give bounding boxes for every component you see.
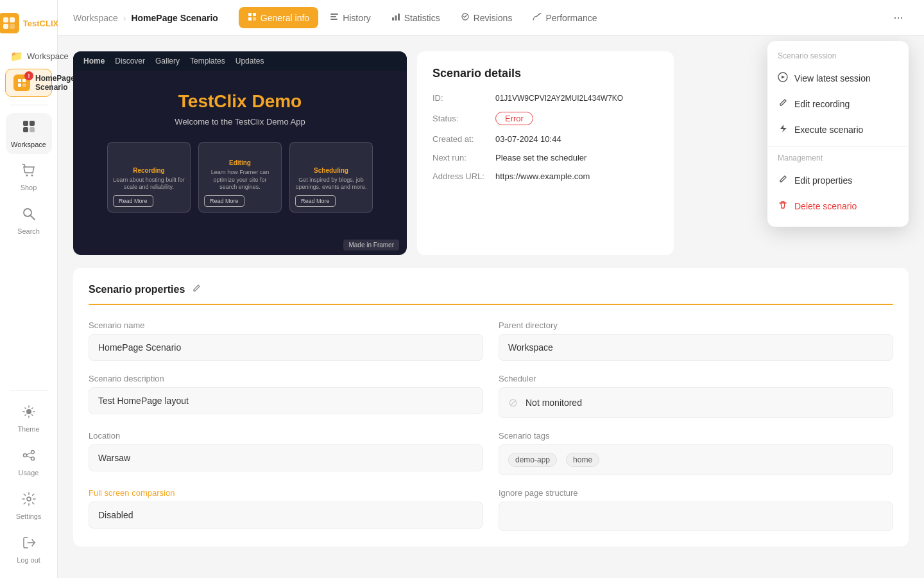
context-section1-label: Scenario session <box>767 49 909 66</box>
tag-demo-app: demo-app <box>508 453 557 467</box>
sidebar: TestCLIX 📁 Workspace ! HomePage Scenario… <box>0 0 58 578</box>
field-scheduler: Scheduler ⊘ Not monitored <box>499 374 893 418</box>
preview-card-2-btn[interactable]: Read More <box>295 195 336 207</box>
preview-cards: Recording Learn about hosting built for … <box>89 142 391 213</box>
svg-rect-24 <box>330 13 338 15</box>
context-edit-props[interactable]: Edit properties <box>767 168 909 193</box>
scheduler-icon: ⊘ <box>508 396 518 410</box>
preview-nav-updates[interactable]: Updates <box>235 57 264 66</box>
field-fullscreen-value: Disabled <box>89 502 483 529</box>
folder-icon: 📁 <box>10 50 23 62</box>
sidebar-item-theme[interactable]: Theme <box>6 398 52 439</box>
field-scenario-name: Scenario name HomePage Scenario <box>89 320 483 361</box>
scenario-icon-wrap: ! <box>13 74 30 91</box>
preview-badge: Made in Framer <box>343 240 399 250</box>
svg-rect-6 <box>18 83 21 87</box>
svg-rect-5 <box>22 79 26 82</box>
screenshot-preview: Home Discover Gallery Templates Updates … <box>73 51 407 255</box>
preview-card-0-btn[interactable]: Read More <box>113 195 153 207</box>
detail-row-address: Address URL: https://www.example.com <box>432 171 658 181</box>
svg-rect-11 <box>30 127 35 132</box>
sidebar-item-settings[interactable]: Settings <box>6 486 52 527</box>
edit-recording-icon <box>778 98 788 110</box>
svg-rect-0 <box>3 17 8 22</box>
usage-icon <box>22 448 36 466</box>
preview-nav-home[interactable]: Home <box>83 57 105 66</box>
field-parent-directory-label: Parent directory <box>499 320 893 330</box>
sidebar-item-workspace[interactable]: Workspace <box>6 113 52 154</box>
detail-nextrun-label: Next run: <box>432 153 490 162</box>
field-description: Scenario description Test HomePage layou… <box>89 374 483 418</box>
main-content: Workspace › HomePage Scenario General in… <box>58 0 924 578</box>
scenario-item[interactable]: ! HomePage Scenario <box>5 69 52 97</box>
field-fullscreen: Full screen comparsion Disabled <box>89 488 483 531</box>
context-execute[interactable]: Execute scenario <box>767 117 909 143</box>
svg-rect-10 <box>23 127 28 132</box>
properties-edit-icon[interactable] <box>191 283 201 296</box>
field-tags-label: Scenario tags <box>499 431 893 441</box>
sidebar-item-usage[interactable]: Usage <box>6 442 52 483</box>
detail-nextrun-value: Please set the scheduler <box>495 153 586 162</box>
preview-body: TestClix Demo Welcome to the TestClix De… <box>73 71 407 233</box>
preview-footer: Made in Framer <box>73 233 407 255</box>
tab-history-label: History <box>343 13 371 23</box>
sidebar-bottom: Theme Usage Settings Log out <box>6 385 52 570</box>
preview-nav-discover[interactable]: Discover <box>115 57 145 66</box>
field-ignore-structure-label: Ignore page structure <box>499 488 893 498</box>
tabs-bar: General info History Statistics Revision… <box>239 7 909 28</box>
tab-revisions[interactable]: Revisions <box>452 7 522 28</box>
preview-nav-templates[interactable]: Templates <box>190 57 225 66</box>
tab-revisions-icon <box>461 12 470 23</box>
search-nav-label: Search <box>17 227 40 235</box>
page-body: Scenario session View latest session Edi… <box>58 36 924 578</box>
preview-card-0: Recording Learn about hosting built for … <box>107 142 191 213</box>
logout-nav-label: Log out <box>17 556 40 564</box>
tab-statistics[interactable]: Statistics <box>382 7 449 28</box>
search-icon <box>22 207 36 225</box>
svg-rect-23 <box>253 17 256 21</box>
execute-label: Execute scenario <box>794 125 863 135</box>
context-delete[interactable]: Delete scenario <box>767 193 909 219</box>
preview-card-1: Editing Learn how Framer can optimize yo… <box>198 142 282 213</box>
svg-rect-20 <box>248 13 252 16</box>
delete-icon <box>778 200 788 213</box>
sidebar-item-search[interactable]: Search <box>6 200 52 241</box>
breadcrumb-current: HomePage Scenario <box>131 13 218 23</box>
preview-nav-gallery[interactable]: Gallery <box>155 57 180 66</box>
tab-revisions-label: Revisions <box>474 13 513 23</box>
preview-card-0-desc: Learn about hosting built for scale and … <box>113 177 185 191</box>
tab-general[interactable]: General info <box>239 7 318 28</box>
shop-icon <box>22 163 36 181</box>
svg-point-16 <box>23 454 26 457</box>
svg-point-18 <box>31 457 34 460</box>
breadcrumb-workspace[interactable]: Workspace <box>73 13 118 23</box>
theme-nav-label: Theme <box>17 425 39 433</box>
tab-performance-icon <box>533 12 542 23</box>
detail-status-label: Status: <box>432 114 490 123</box>
context-view-session[interactable]: View latest session <box>767 66 909 91</box>
svg-rect-26 <box>330 19 338 20</box>
detail-created-label: Created at: <box>432 134 490 144</box>
scenario-details-title: Scenario details <box>432 67 658 80</box>
detail-row-created: Created at: 03-07-2024 10:44 <box>432 134 658 144</box>
properties-grid: Scenario name HomePage Scenario Parent d… <box>89 320 893 531</box>
context-edit-recording[interactable]: Edit recording <box>767 91 909 117</box>
field-description-label: Scenario description <box>89 374 483 383</box>
status-badge: Error <box>495 112 533 125</box>
edit-props-icon <box>778 174 788 187</box>
field-fullscreen-label: Full screen comparsion <box>89 488 483 498</box>
field-location-label: Location <box>89 431 483 441</box>
sidebar-item-logout[interactable]: Log out <box>6 529 52 570</box>
sidebar-item-shop[interactable]: Shop <box>6 157 52 198</box>
tab-performance[interactable]: Performance <box>524 7 606 28</box>
preview-card-1-btn[interactable]: Read More <box>204 195 244 207</box>
more-button[interactable]: ··· <box>888 8 909 28</box>
breadcrumb: Workspace › HomePage Scenario <box>73 13 218 23</box>
preview-card-0-title: Recording <box>113 167 185 174</box>
tab-history[interactable]: History <box>321 7 380 28</box>
field-scheduler-value: ⊘ Not monitored <box>499 387 893 418</box>
sidebar-divider <box>10 105 48 105</box>
field-location: Location Warsaw <box>89 431 483 475</box>
properties-header: Scenario properties <box>89 283 893 305</box>
field-parent-directory: Parent directory Workspace <box>499 320 893 361</box>
